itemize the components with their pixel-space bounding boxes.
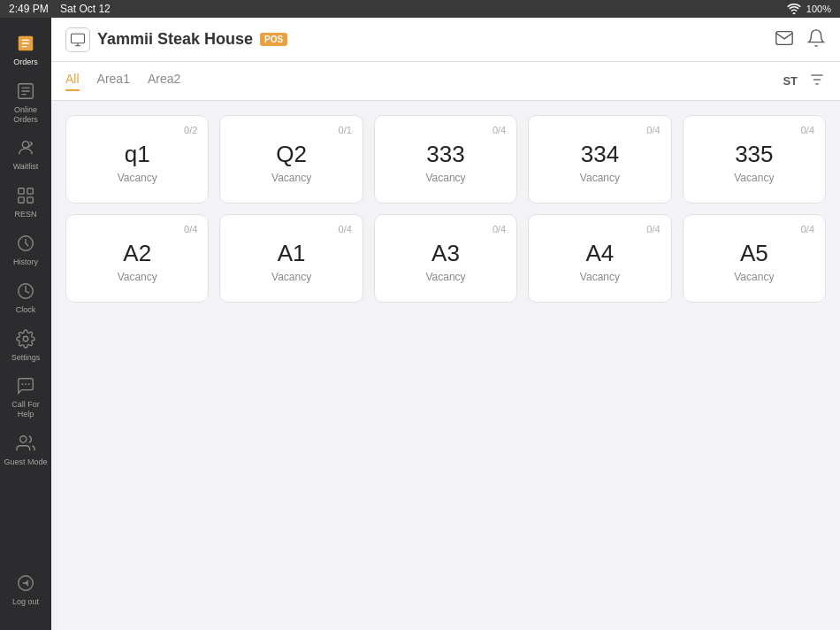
table-grid-area: 0/2 q1 Vacancy 0/1 Q2 Vacancy 0/4 333 Va… <box>51 101 840 630</box>
sidebar-logout-label: Log out <box>12 597 39 607</box>
tab-area2[interactable]: Area2 <box>148 72 180 91</box>
table-capacity: 0/4 <box>386 125 506 135</box>
svg-rect-4 <box>27 188 33 194</box>
sidebar-item-call-for-help[interactable]: Call For Help <box>0 369 51 426</box>
table-name: A1 <box>278 240 306 267</box>
table-capacity: 0/1 <box>231 125 351 135</box>
sidebar: Orders Online Orders Waitlist <box>0 18 51 630</box>
table-status: Vacancy <box>271 172 311 184</box>
status-date: Sat Oct 12 <box>60 3 111 15</box>
status-time: 2:49 PM <box>9 3 49 15</box>
call-for-help-icon <box>16 376 35 397</box>
sidebar-guest-mode-label: Guest Mode <box>4 457 47 467</box>
sidebar-history-label: History <box>13 257 38 267</box>
table-capacity: 0/4 <box>231 224 351 234</box>
table-status: Vacancy <box>425 172 465 184</box>
table-name: Q2 <box>276 141 307 168</box>
tab-bar: All Area1 Area2 ST <box>51 62 840 101</box>
orders-icon <box>16 34 35 55</box>
sidebar-waitlist-label: Waitlist <box>13 162 39 172</box>
table-status: Vacancy <box>271 271 311 283</box>
clock-icon <box>16 281 35 303</box>
svg-point-10 <box>20 436 27 442</box>
tab-bar-left: All Area1 Area2 <box>65 72 180 91</box>
waitlist-icon <box>16 138 35 159</box>
table-capacity: 0/2 <box>77 125 197 135</box>
table-name: 335 <box>735 141 773 168</box>
svg-rect-5 <box>19 197 24 203</box>
sidebar-item-guest-mode[interactable]: Guest Mode <box>0 426 51 474</box>
header-title: Yammii Steak House <box>97 30 253 49</box>
header-left: Yammii Steak House POS <box>65 27 287 52</box>
table-capacity: 0/4 <box>77 224 197 234</box>
table-name: A2 <box>123 240 151 267</box>
status-bar: 2:49 PM Sat Oct 12 100% <box>0 0 840 18</box>
status-battery: 100% <box>806 4 831 14</box>
sidebar-item-logout[interactable]: Log out <box>0 566 51 614</box>
table-card-333[interactable]: 0/4 333 Vacancy <box>374 115 517 204</box>
sidebar-item-settings[interactable]: Settings <box>0 322 51 370</box>
history-icon <box>16 234 35 255</box>
header-right <box>775 28 826 51</box>
table-status: Vacancy <box>580 271 620 283</box>
sidebar-resn-label: RESN <box>14 210 36 219</box>
header-tag: POS <box>260 33 287 46</box>
table-status: Vacancy <box>734 271 774 283</box>
sidebar-item-online-orders[interactable]: Online Orders <box>0 74 51 132</box>
table-card-a5[interactable]: 0/4 A5 Vacancy <box>683 214 826 303</box>
status-indicators: 100% <box>787 4 831 14</box>
tab-all[interactable]: All <box>65 72 80 91</box>
table-card-335[interactable]: 0/4 335 Vacancy <box>683 115 826 204</box>
table-name: q1 <box>125 141 150 168</box>
table-capacity: 0/4 <box>694 224 814 234</box>
table-capacity: 0/4 <box>386 224 506 234</box>
logout-icon <box>16 573 35 595</box>
sidebar-item-resn[interactable]: RESN <box>0 179 51 227</box>
sidebar-item-orders[interactable]: Orders <box>0 27 51 74</box>
sidebar-settings-label: Settings <box>11 353 41 363</box>
mail-icon[interactable] <box>775 28 794 51</box>
filter-icon[interactable] <box>808 71 826 92</box>
table-name: 334 <box>581 141 619 168</box>
table-name: A3 <box>431 240 460 267</box>
svg-rect-3 <box>19 188 24 194</box>
sidebar-call-for-help-label: Call For Help <box>4 400 48 419</box>
sidebar-online-orders-label: Online Orders <box>4 105 48 125</box>
header: Yammii Steak House POS <box>51 18 840 62</box>
status-time-date: 2:49 PM Sat Oct 12 <box>9 3 111 15</box>
svg-rect-12 <box>72 34 85 43</box>
svg-point-2 <box>22 142 28 148</box>
table-name: 333 <box>426 141 464 168</box>
table-card-a1[interactable]: 0/4 A1 Vacancy <box>219 214 363 303</box>
table-card-334[interactable]: 0/4 334 Vacancy <box>528 115 671 204</box>
sidebar-orders-label: Orders <box>13 58 38 67</box>
sidebar-item-history[interactable]: History <box>0 227 51 274</box>
resn-icon <box>16 186 35 207</box>
table-capacity: 0/4 <box>539 125 660 135</box>
tab-area1[interactable]: Area1 <box>97 72 130 91</box>
main-content: Yammii Steak House POS <box>51 18 840 630</box>
app-logo <box>65 27 90 52</box>
table-row-2: 0/4 A2 Vacancy 0/4 A1 Vacancy 0/4 A3 Vac… <box>65 214 826 303</box>
svg-rect-6 <box>27 197 33 203</box>
table-status: Vacancy <box>425 271 465 283</box>
st-button[interactable]: ST <box>783 74 798 88</box>
table-card-q1[interactable]: 0/2 q1 Vacancy <box>65 115 209 204</box>
table-status: Vacancy <box>118 172 157 184</box>
sidebar-item-clock[interactable]: Clock <box>0 274 51 322</box>
table-card-a3[interactable]: 0/4 A3 Vacancy <box>374 214 517 303</box>
table-name: A4 <box>586 240 615 267</box>
table-name: A5 <box>740 240 768 267</box>
wifi-icon <box>787 4 801 14</box>
table-card-a2[interactable]: 0/4 A2 Vacancy <box>65 214 209 303</box>
table-card-a4[interactable]: 0/4 A4 Vacancy <box>528 214 671 303</box>
bell-icon[interactable] <box>806 28 826 51</box>
table-card-q2[interactable]: 0/1 Q2 Vacancy <box>219 115 363 204</box>
svg-point-9 <box>23 336 28 342</box>
sidebar-item-waitlist[interactable]: Waitlist <box>0 131 51 179</box>
store-icon <box>70 32 86 48</box>
online-orders-icon <box>16 81 35 103</box>
table-status: Vacancy <box>580 172 620 184</box>
table-status: Vacancy <box>118 271 157 283</box>
table-capacity: 0/4 <box>539 224 660 234</box>
